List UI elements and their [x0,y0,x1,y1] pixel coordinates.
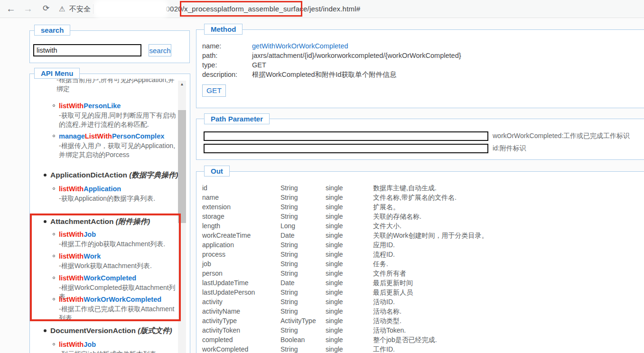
url-highlighted-segment: /x_processplatform_assemble_surface/ [182,5,309,13]
table-row: length Long single 文件大小. [202,221,644,231]
table-row: workCompleted String single 工作ID. [202,344,644,353]
api-link[interactable]: listWithWork [59,251,182,261]
field-name: application [202,240,280,250]
address-bar[interactable]: 20020/x_processplatform_assemble_surface… [162,0,360,18]
field-type: String [280,240,326,250]
field-description: 活动Token. [373,325,644,335]
field-name: person [202,269,280,278]
field-cardinality: single [326,240,373,250]
field-cardinality: single [326,183,373,193]
menu-item-listWithWorkOrWorkCompleted[interactable]: listWithWorkOrWorkCompleted -根据工作或已完成工作获… [59,295,182,323]
table-row: lastUpdateTime Date single 最后更新时间 [202,278,644,288]
field-cardinality: single [326,335,373,344]
method-row-path: path: jaxrs/attachment/{id}/workorworkco… [202,51,461,60]
not-secure-warning-icon[interactable]: ⚠ [59,0,65,18]
field-cardinality: single [326,288,373,297]
circle-bullet-icon [53,135,55,137]
field-name: name [202,193,280,202]
field-name: lastUpdateTime [202,278,280,288]
api-link[interactable]: listWithApplication [59,184,182,194]
circle-bullet-icon [53,104,55,107]
menu-clipped-description: -根据当前用户,所有可见的Application,并绑定 其启动的Porcess [56,79,181,94]
field-name: workCreateTime [202,231,280,240]
api-description: -根据工作或已完成工作获取Attachment列表. [59,305,180,323]
api-link[interactable]: listWithWorkOrWorkCompleted [59,295,182,304]
circle-bullet-icon [53,187,55,190]
search-input[interactable] [33,44,141,56]
field-description: 文件所有者 [373,269,644,278]
circle-bullet-icon [53,343,55,345]
menu-item-listWithJob-docversion[interactable]: listWithJob -列示指定job的版式文件版本列表. [59,340,182,353]
back-icon[interactable]: ← [4,0,18,18]
path-parameter-legend: Path Parameter [204,113,270,124]
menu-item-listWithWork[interactable]: listWithWork -根据Work获取Attachment列表. [59,251,182,270]
menu-item-listWithPersonLike[interactable]: listWithPersonLike -获取可见的应用,同时判断应用下有启动的流… [59,101,182,129]
get-request-button[interactable]: GET [202,84,226,97]
field-cardinality: single [326,325,373,335]
field-cardinality: single [326,316,373,325]
clipped-line: 其启动的Porcess [56,93,178,94]
field-type: String [280,288,326,297]
menu-item-listWithApplication[interactable]: listWithApplication -获取Application的数据字典列… [59,184,182,203]
security-label[interactable]: 不安全 [69,0,91,18]
param-input-id[interactable] [204,144,488,153]
out-legend: Out [204,166,230,176]
api-link[interactable]: listWithJob [59,230,182,239]
api-link[interactable]: listWithJob [59,340,182,349]
field-description: 任务. [373,259,644,269]
field-type: Date [280,278,326,288]
menu-scrollbar[interactable]: ▲ [178,81,186,353]
field-description: 流程ID. [373,250,644,259]
field-cardinality: single [326,259,373,269]
disc-bullet-icon [44,174,47,176]
circle-bullet-icon [53,255,55,257]
api-description: -获取可见的应用,同时判断应用下有启动的流程,并进行流程的名称匹配. [59,111,180,129]
menu-item-manageListWithPersonComplex[interactable]: manageListWithPersonComplex -根据传入用户，获取可见… [59,131,182,159]
field-description: 活动ID. [373,297,644,307]
field-type: Boolean [280,335,326,344]
menu-item-listWithJob[interactable]: listWithJob -根据工作的job获取Attachment列表. [59,230,182,249]
field-type: String [280,212,326,221]
clipped-line: -根据当前用户,所有可见的Application,并绑定 [56,79,178,93]
circle-bullet-icon [53,298,55,300]
api-link[interactable]: listWithWorkCompleted [59,273,182,283]
scrollbar-thumb[interactable] [178,110,186,223]
field-name: process [202,250,280,259]
field-cardinality: single [326,307,373,316]
field-type: Date [280,231,326,240]
field-cardinality: single [326,297,373,307]
method-name-link[interactable]: getWithWorkOrWorkCompleted [252,41,348,51]
param-input-workOrWorkCompleted[interactable] [204,131,488,141]
field-cardinality: single [326,193,373,202]
table-row: person String single 文件所有者 [202,269,644,278]
reload-icon[interactable]: ⟳ [39,0,53,18]
forward-icon[interactable]: → [21,0,35,18]
field-name: activityType [202,316,280,325]
circle-bullet-icon [53,233,55,235]
table-row: activityName String single 活动名称. [202,307,644,316]
table-row: storage String single 关联的存储名称. [202,212,644,221]
table-row: extension String single 扩展名。 [202,202,644,212]
category-AttachmentAction: AttachmentAction (附件操作) [50,216,150,227]
field-description: 关联的存储名称. [373,212,644,221]
field-cardinality: single [326,250,373,259]
table-row: lastUpdatePerson String single 最后更新人员 [202,288,644,297]
url-rest: jest/index.html# [309,5,360,13]
api-menu-legend: API Menu [34,68,80,79]
field-type: String [280,193,326,202]
field-name: lastUpdatePerson [202,288,280,297]
api-link[interactable]: manageListWithPersonComplex [59,131,182,141]
api-link[interactable]: listWithPersonLike [59,101,182,111]
field-type: String [280,269,326,278]
field-cardinality: single [326,269,373,278]
method-legend: Method [204,24,243,35]
table-row: id String single 数据库主键,自动生成. [202,183,644,193]
path-parameter-panel: workOrWorkCompleted:工作或已完成工作标识 id:附件标识 [196,119,644,160]
browser-toolbar: ← → ⟳ ⚠ 不安全 20020/x_processplatform_asse… [0,0,644,18]
scrollbar-up-arrow-icon[interactable]: ▲ [178,81,186,88]
search-button[interactable]: search [149,44,171,56]
field-description: 扩展名。 [373,202,644,212]
field-name: id [202,183,280,193]
field-type: String [280,307,326,316]
table-row: completed Boolean single 整个job是否已经完成. [202,335,644,344]
